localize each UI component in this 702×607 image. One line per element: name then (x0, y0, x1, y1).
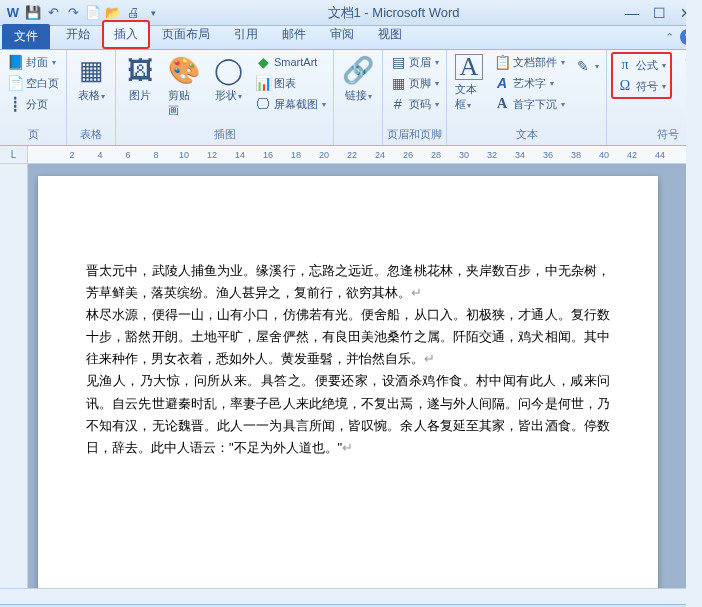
paragraph[interactable]: 见渔人，乃大惊，问所从来。具答之。便要还家，设酒杀鸡作食。村中闻有此人，咸来问讯… (86, 370, 610, 458)
header-button[interactable]: ▤页眉▾ (387, 52, 442, 72)
blank-page-button[interactable]: 📄空白页 (4, 73, 62, 93)
clipart-icon: 🎨 (168, 54, 200, 86)
page-break-button[interactable]: ┋分页 (4, 94, 62, 114)
pi-icon: π (617, 57, 633, 73)
minimize-ribbon-icon[interactable]: ⌃ (665, 31, 674, 44)
quickparts-icon: 📋 (494, 54, 510, 70)
break-icon: ┋ (7, 96, 23, 112)
signature-icon: ✎ (575, 58, 591, 74)
wordart-button[interactable]: A艺术字▾ (491, 73, 568, 93)
qat-more-icon[interactable]: ▾ (144, 4, 162, 22)
screenshot-button[interactable]: 🖵屏幕截图▾ (252, 94, 329, 114)
cover-page-button[interactable]: 📘封面▾ (4, 52, 62, 72)
footer-icon: ▦ (390, 75, 406, 91)
vertical-scrollbar[interactable] (686, 0, 702, 607)
ruler-marks: 2468101214161820222426283032343638404244 (58, 150, 674, 160)
group-label (338, 141, 378, 143)
minimize-button[interactable]: — (625, 5, 639, 21)
document-area: 晋太元中，武陵人捕鱼为业。缘溪行，忘路之远近。忽逢桃花林，夹岸数百步，中无杂树，… (0, 164, 702, 588)
tab-view[interactable]: 视图 (366, 20, 414, 49)
group-label: 表格 (71, 126, 111, 143)
group-label: 页 (4, 126, 62, 143)
omega-icon: Ω (617, 78, 633, 94)
new-icon[interactable]: 📄 (84, 4, 102, 22)
page-number-button[interactable]: #页码▾ (387, 94, 442, 114)
tab-home[interactable]: 开始 (54, 20, 102, 49)
paragraph[interactable]: 晋太元中，武陵人捕鱼为业。缘溪行，忘路之远近。忽逢桃花林，夹岸数百步，中无杂树，… (86, 260, 610, 304)
tab-mailings[interactable]: 邮件 (270, 20, 318, 49)
group-label: 文本 (451, 126, 602, 143)
quick-access-toolbar: W 💾 ↶ ↷ 📄 📂 🖨 ▾ (4, 4, 162, 22)
group-tables: ▦ 表格▾ 表格 (67, 50, 116, 145)
table-icon: ▦ (75, 54, 107, 86)
textbox-icon: A (455, 54, 483, 80)
smartart-button[interactable]: ◆SmartArt (252, 52, 329, 72)
picture-button[interactable]: 🖼图片 (120, 52, 160, 105)
group-illustrations: 🖼图片 🎨剪贴画 ◯形状▾ ◆SmartArt 📊图表 🖵屏幕截图▾ 插图 (116, 50, 334, 145)
ribbon: 📘封面▾ 📄空白页 ┋分页 页 ▦ 表格▾ 表格 🖼图片 🎨剪贴画 ◯形状▾ ◆… (0, 50, 702, 146)
link-button[interactable]: 🔗链接▾ (338, 52, 378, 105)
vertical-ruler[interactable] (0, 164, 28, 588)
chart-button[interactable]: 📊图表 (252, 73, 329, 93)
save-icon[interactable]: 💾 (24, 4, 42, 22)
tab-references[interactable]: 引用 (222, 20, 270, 49)
open-icon[interactable]: 📂 (104, 4, 122, 22)
ribbon-tabs: 文件 开始 插入 页面布局 引用 邮件 审阅 视图 ⌃ ? (0, 26, 702, 50)
cover-icon: 📘 (7, 54, 23, 70)
symbols-highlight: π公式▾ Ω符号▾ (611, 52, 672, 99)
group-label: 插图 (120, 126, 329, 143)
redo-icon[interactable]: ↷ (64, 4, 82, 22)
tab-selector[interactable]: L (0, 146, 28, 163)
ruler-row: L 24681012141618202224262830323436384042… (0, 146, 702, 164)
picture-icon: 🖼 (124, 54, 156, 86)
equation-button[interactable]: π公式▾ (614, 55, 669, 75)
undo-icon[interactable]: ↶ (44, 4, 62, 22)
screenshot-icon: 🖵 (255, 96, 271, 112)
maximize-button[interactable]: ☐ (653, 5, 666, 21)
tab-file[interactable]: 文件 (2, 24, 50, 49)
clipart-button[interactable]: 🎨剪贴画 (164, 52, 204, 120)
tab-review[interactable]: 审阅 (318, 20, 366, 49)
shapes-button[interactable]: ◯形状▾ (208, 52, 248, 105)
group-header-footer: ▤页眉▾ ▦页脚▾ #页码▾ 页眉和页脚 (383, 50, 447, 145)
dropcap-icon: A (494, 96, 510, 112)
shapes-icon: ◯ (212, 54, 244, 86)
page[interactable]: 晋太元中，武陵人捕鱼为业。缘溪行，忘路之远近。忽逢桃花林，夹岸数百步，中无杂树，… (38, 176, 658, 588)
symbol-button[interactable]: Ω符号▾ (614, 76, 669, 96)
quickparts-button[interactable]: 📋文档部件▾ (491, 52, 568, 72)
paragraph[interactable]: 林尽水源，便得一山，山有小口，仿佛若有光。便舍船，从口入。初极狭，才通人。复行数… (86, 304, 610, 370)
word-menu-icon[interactable]: W (4, 4, 22, 22)
tab-insert[interactable]: 插入 (102, 20, 150, 49)
print-icon[interactable]: 🖨 (124, 4, 142, 22)
blank-icon: 📄 (7, 75, 23, 91)
horizontal-ruler[interactable]: 2468101214161820222426283032343638404244 (28, 146, 702, 163)
header-icon: ▤ (390, 54, 406, 70)
wordart-icon: A (494, 75, 510, 91)
chart-icon: 📊 (255, 75, 271, 91)
group-label: 页眉和页脚 (387, 126, 442, 143)
signature-line-button[interactable]: ✎▾ (572, 56, 602, 76)
group-links: 🔗链接▾ (334, 50, 383, 145)
group-pages: 📘封面▾ 📄空白页 ┋分页 页 (0, 50, 67, 145)
textbox-button[interactable]: A文本框▾ (451, 52, 487, 114)
link-icon: 🔗 (342, 54, 374, 86)
pagenum-icon: # (390, 96, 406, 112)
group-text: A文本框▾ 📋文档部件▾ A艺术字▾ A首字下沉▾ ✎▾ 文本 (447, 50, 607, 145)
horizontal-scrollbar[interactable] (0, 588, 702, 604)
table-button[interactable]: ▦ 表格▾ (71, 52, 111, 105)
window-title: 文档1 - Microsoft Word (162, 4, 625, 22)
tab-page-layout[interactable]: 页面布局 (150, 20, 222, 49)
dropcap-button[interactable]: A首字下沉▾ (491, 94, 568, 114)
footer-button[interactable]: ▦页脚▾ (387, 73, 442, 93)
page-scroll[interactable]: 晋太元中，武陵人捕鱼为业。缘溪行，忘路之远近。忽逢桃花林，夹岸数百步，中无杂树，… (28, 164, 702, 588)
smartart-icon: ◆ (255, 54, 271, 70)
